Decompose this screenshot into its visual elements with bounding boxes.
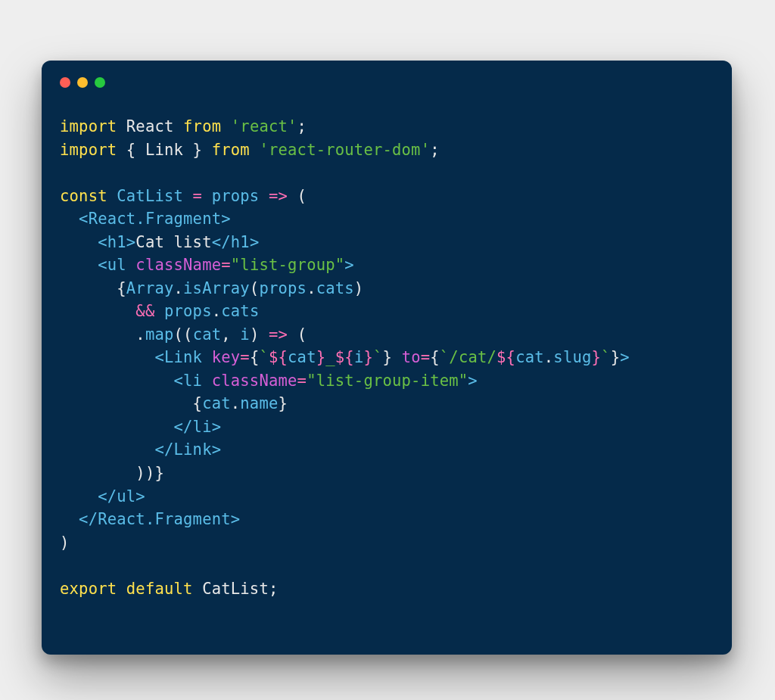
code-token: from	[183, 117, 221, 135]
code-token: {	[60, 394, 202, 412]
code-token: from	[212, 141, 250, 159]
code-token: className	[135, 256, 221, 274]
code-token: cat	[202, 394, 231, 412]
code-token	[392, 348, 402, 366]
code-token: </	[212, 233, 231, 251]
code-token: }	[611, 348, 621, 366]
code-token: <	[174, 372, 184, 390]
code-token	[60, 487, 98, 506]
code-token: =	[240, 348, 250, 366]
code-token: }	[363, 348, 373, 366]
code-token: cat	[515, 348, 544, 366]
code-token	[202, 348, 212, 366]
code-token: >	[135, 487, 145, 506]
code-token: ((	[174, 325, 193, 344]
code-token	[60, 256, 98, 274]
code-token: >	[221, 210, 231, 228]
code-token: slug	[553, 348, 591, 366]
code-token: {	[126, 141, 145, 159]
code-token	[259, 187, 269, 205]
window-traffic-lights	[60, 77, 714, 88]
code-token: ul	[107, 256, 126, 274]
code-token: =>	[269, 325, 288, 344]
code-token: `	[259, 348, 269, 366]
code-token: {	[60, 279, 126, 297]
code-token: i	[354, 348, 364, 366]
code-token	[60, 418, 174, 436]
code-token: `	[373, 348, 383, 366]
code-token: =	[421, 348, 431, 366]
code-token: .	[212, 302, 222, 320]
code-token: )	[60, 534, 70, 552]
code-token: (	[288, 325, 307, 344]
code-token: </	[98, 487, 117, 506]
code-token	[174, 117, 184, 135]
code-token: li	[193, 418, 212, 436]
code-token: >	[126, 233, 136, 251]
code-token: default	[126, 580, 193, 598]
code-token: </	[174, 418, 193, 436]
code-token	[107, 187, 117, 205]
code-token	[126, 256, 136, 274]
code-token: className	[212, 372, 297, 390]
code-token: isArray	[183, 279, 250, 297]
code-token	[202, 372, 212, 390]
code-token: `	[601, 348, 611, 366]
code-token: (	[288, 187, 307, 205]
code-token: cat	[288, 348, 316, 366]
code-token: `	[440, 348, 450, 366]
code-token: >	[620, 348, 630, 366]
code-token: )	[354, 279, 364, 297]
code-token: props	[164, 302, 212, 320]
code-token: ))}	[60, 464, 164, 482]
code-token: >	[250, 233, 260, 251]
code-token: CatList	[202, 580, 269, 598]
code-token	[60, 233, 98, 251]
code-token: cats	[316, 279, 354, 297]
code-token: >	[344, 256, 354, 274]
code-token	[221, 117, 231, 135]
code-token: .	[307, 279, 316, 297]
code-token: {	[430, 348, 440, 366]
code-token	[60, 348, 154, 366]
code-token: </	[154, 440, 173, 459]
zoom-icon[interactable]	[95, 77, 105, 88]
code-token: React	[126, 117, 174, 135]
code-token: name	[240, 394, 278, 412]
code-token	[60, 372, 174, 390]
code-token: >	[231, 510, 241, 528]
code-token: React.Fragment	[98, 510, 231, 528]
code-token: cats	[221, 302, 259, 320]
code-token	[60, 510, 79, 528]
code-token: React.Fragment	[89, 210, 222, 228]
code-token: Cat list	[135, 233, 211, 251]
code-token: CatList	[117, 187, 183, 205]
code-token: </	[79, 510, 98, 528]
code-token: const	[60, 187, 107, 205]
minimize-icon[interactable]	[77, 77, 88, 88]
code-token: ;	[297, 117, 307, 135]
code-token: to	[402, 348, 421, 366]
code-token: ${	[496, 348, 515, 366]
code-token: "list-group-item"	[307, 372, 468, 390]
code-token: <	[79, 210, 89, 228]
code-token: ${	[335, 348, 354, 366]
code-token: <	[98, 256, 107, 274]
code-token: _	[325, 348, 335, 366]
code-token: ul	[117, 487, 135, 506]
code-token	[117, 117, 126, 135]
code-token: ;	[430, 141, 440, 159]
code-token: "list-group"	[231, 256, 345, 274]
close-icon[interactable]	[60, 77, 70, 88]
code-token: map	[145, 325, 174, 344]
code-token	[60, 302, 135, 320]
code-token: props	[212, 187, 260, 205]
code-token	[154, 302, 164, 320]
code-token: 'react-router-dom'	[259, 141, 430, 159]
code-token: 'react'	[231, 117, 297, 135]
code-token: h1	[107, 233, 126, 251]
code-token: import	[60, 117, 117, 135]
code-token: {	[250, 348, 260, 366]
code-token: &&	[135, 302, 154, 320]
code-token: ,	[221, 325, 240, 344]
